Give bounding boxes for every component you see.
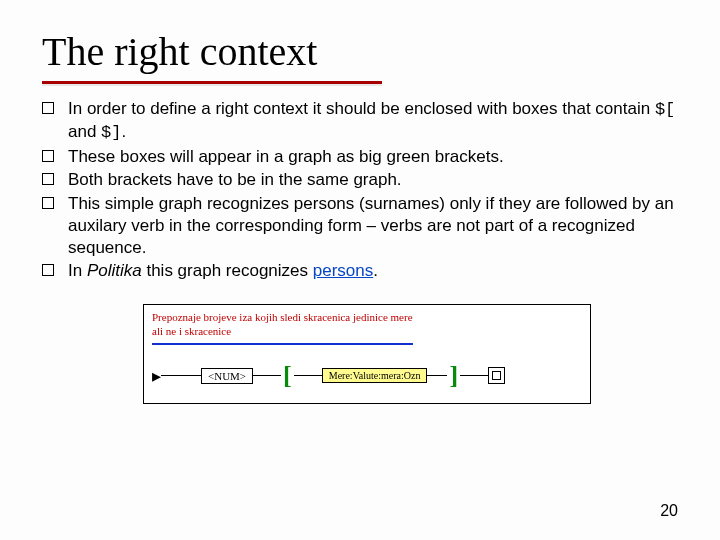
square-bullet-icon (42, 264, 54, 276)
square-bullet-icon (42, 173, 54, 185)
slide-title: The right context (42, 28, 692, 75)
end-node-icon (488, 367, 505, 384)
close-bracket-icon: ] (447, 363, 460, 389)
figure-container: Prepoznaje brojeve iza kojih sledi skrac… (42, 304, 692, 404)
graph-node-num: <NUM> (201, 368, 253, 384)
bullet-text: This simple graph recognizes persons (su… (68, 193, 692, 258)
list-item: In Politika this graph recognizes person… (42, 260, 692, 282)
bullet-list: In order to define a right context it sh… (42, 98, 692, 282)
graph-figure: Prepoznaje brojeve iza kojih sledi skrac… (143, 304, 591, 404)
text-fragment: . (373, 261, 378, 280)
graph-wire (253, 375, 281, 376)
graph-wire (294, 375, 322, 376)
bullet-text: These boxes will appear in a graph as bi… (68, 146, 692, 168)
text-fragment: In order to define a right context it sh… (68, 99, 655, 118)
page-number: 20 (660, 502, 678, 520)
graph-wire (460, 375, 488, 376)
title-underline (42, 81, 382, 84)
list-item: These boxes will appear in a graph as bi… (42, 146, 692, 168)
figure-caption: Prepoznaje brojeve iza kojih sledi skrac… (152, 311, 413, 345)
graph-node-mere: Mere:Valute:mera:Ozn (322, 368, 428, 383)
square-bullet-icon (42, 150, 54, 162)
open-bracket-icon: [ (281, 363, 294, 389)
square-bullet-icon (42, 197, 54, 209)
italic-fragment: Politika (87, 261, 142, 280)
bullet-text: Both brackets have to be in the same gra… (68, 169, 692, 191)
caption-line: ali ne i skracenice (152, 325, 231, 337)
square-bullet-icon (42, 102, 54, 114)
graph-row: ▸ <NUM> [ Mere:Valute:mera:Ozn ] (152, 363, 582, 389)
code-fragment: $] (101, 123, 121, 142)
caption-line: Prepoznaje brojeve iza kojih sledi skrac… (152, 311, 413, 323)
list-item: This simple graph recognizes persons (su… (42, 193, 692, 258)
text-fragment: this graph recognizes (142, 261, 313, 280)
text-fragment: In (68, 261, 87, 280)
code-fragment: $[ (655, 100, 675, 119)
start-arrow-icon: ▸ (152, 365, 161, 387)
text-fragment: . (122, 122, 127, 141)
graph-wire (161, 375, 201, 376)
text-fragment: and (68, 122, 101, 141)
list-item: In order to define a right context it sh… (42, 98, 692, 144)
bullet-text: In Politika this graph recognizes person… (68, 260, 692, 282)
graph-wire (427, 375, 447, 376)
persons-link[interactable]: persons (313, 261, 373, 280)
bullet-text: In order to define a right context it sh… (68, 98, 692, 144)
list-item: Both brackets have to be in the same gra… (42, 169, 692, 191)
